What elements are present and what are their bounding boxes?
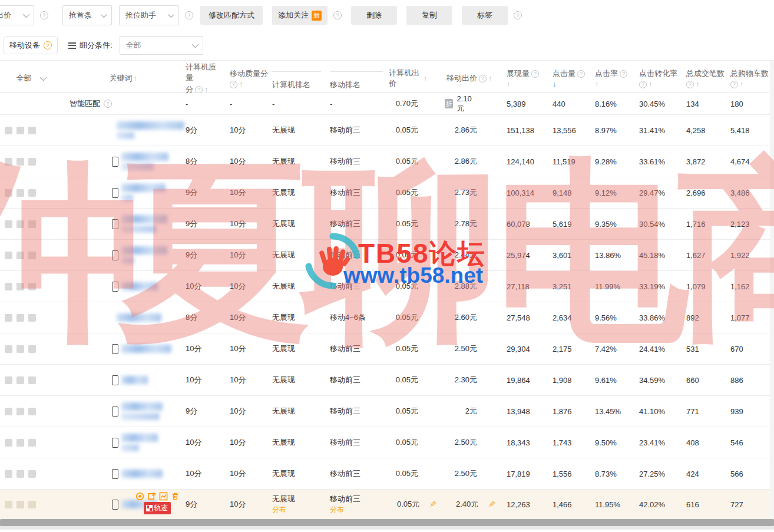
- row-select-cell[interactable]: [0, 345, 56, 353]
- mobile-bid-cell[interactable]: 2.50元✎: [445, 437, 507, 448]
- sort-down-icon-active[interactable]: ↓: [553, 80, 556, 88]
- delete-button[interactable]: 删除: [351, 6, 397, 25]
- checkbox-blurred[interactable]: [5, 470, 12, 478]
- row-select-cell[interactable]: [0, 127, 56, 134]
- ctr-header[interactable]: 点击率? ↑: [595, 61, 639, 95]
- mobile-bid-header[interactable]: 移动出价?↑: [445, 61, 507, 95]
- help-icon[interactable]: ?: [620, 70, 627, 78]
- pc-bid-cell[interactable]: 0.05元✎: [389, 281, 445, 292]
- pc-bid-cell[interactable]: 0.05元✎: [389, 219, 445, 229]
- pc-bid-cell[interactable]: 0.05元✎: [389, 156, 445, 167]
- help-icon[interactable]: ?: [195, 86, 203, 94]
- mobile-quality-header[interactable]: 移动质量分 ?↑: [221, 61, 268, 95]
- keyword-row[interactable]: 8分 10分 无展现分布 移动前三分布 0.05元✎ 2.86元✎ 124,14…: [0, 146, 774, 177]
- keyword-row[interactable]: 10分 10分 无展现分布 移动前三分布 0.05元✎ 2.50元✎ 17,81…: [0, 458, 774, 490]
- help-icon[interactable]: ?: [333, 11, 342, 19]
- keyword-row[interactable]: 10分 10分 无展现分布 移动前三分布 0.05元✎ 2.88元✎ 27,11…: [0, 271, 774, 302]
- target-icon[interactable]: [135, 492, 144, 501]
- mobile-rank-header[interactable]: 移动排名: [327, 61, 389, 95]
- help-icon[interactable]: ?: [531, 70, 539, 78]
- pc-bid-cell[interactable]: 0.05元✎: [389, 437, 445, 448]
- sort-up-icon[interactable]: ↑: [204, 85, 208, 94]
- sort-up-icon[interactable]: ↑: [239, 80, 243, 88]
- clicks-header[interactable]: 点击量? ↓: [553, 61, 595, 95]
- checkbox-blurred[interactable]: [5, 408, 12, 415]
- pc-bid-cell[interactable]: 0.05元✎: [389, 375, 445, 385]
- pc-quality-header[interactable]: 计算机质量 分?↑: [177, 61, 221, 95]
- pc-bid-header[interactable]: 计算机出价↑: [389, 61, 445, 95]
- cvr-header[interactable]: 点击转化率 ?↑: [639, 61, 686, 95]
- keyword-row[interactable]: 10分 10分 无展现分布 移动前三分布 0.05元✎ 2.30元✎ 19,86…: [0, 365, 774, 396]
- mobile-bid-cell[interactable]: 2.44元✎: [445, 250, 507, 260]
- pc-bid-cell[interactable]: 0.05元✎: [389, 125, 445, 136]
- bid-select[interactable]: 出价: [0, 5, 34, 25]
- help-icon[interactable]: ?: [577, 70, 585, 78]
- sort-up-icon[interactable]: ↑: [134, 74, 137, 82]
- checkbox-blurred[interactable]: [5, 345, 12, 353]
- help-icon[interactable]: ?: [514, 11, 522, 19]
- keyword-row[interactable]: 9分 10分 无展现分布 移动前三分布 0.05元✎ 2元✎ 13,948 1,…: [0, 396, 774, 427]
- mobile-bid-cell[interactable]: 2.50元✎: [445, 343, 507, 354]
- mobile-bid-cell[interactable]: 2.50元✎: [445, 468, 507, 479]
- help-icon[interactable]: ?: [479, 75, 487, 82]
- pc-rank-header[interactable]: 计算机排名: [268, 61, 327, 95]
- mobile-bid-cell[interactable]: 2.78元✎: [445, 219, 507, 229]
- chart-icon[interactable]: [159, 492, 168, 501]
- mobile-bid-cell[interactable]: 2.86元✎: [445, 156, 507, 167]
- keyword-row[interactable]: 10分 10分 无展现分布 移动前三分布 0.05元✎ 2.50元✎ 29,30…: [0, 333, 774, 365]
- keyword-row[interactable]: 10分 10分 无展现分布 移动前三分布 0.05元✎ 2.50元✎ 18,34…: [0, 427, 774, 458]
- mobile-rank-dist-link[interactable]: 分布: [330, 505, 344, 515]
- carts-header[interactable]: 总购物车数 ?↑: [730, 61, 774, 95]
- pc-bid-cell[interactable]: 0.05元✎: [389, 187, 445, 198]
- help-icon[interactable]: ?: [230, 81, 237, 88]
- track-badge[interactable]: 轨迹: [144, 502, 171, 514]
- help-icon[interactable]: ?: [104, 100, 112, 108]
- sort-up-icon[interactable]: ↑: [424, 74, 427, 82]
- mobile-bid-cell[interactable]: 2.73元✎: [445, 187, 507, 198]
- horizontal-scrollbar-track[interactable]: [0, 519, 774, 530]
- pc-bid-cell[interactable]: 0.70元: [389, 98, 445, 109]
- row-select-cell[interactable]: [0, 439, 56, 447]
- row-select-cell[interactable]: [0, 501, 56, 508]
- keyword-row[interactable]: 9分 10分 无展现分布 移动前三分布 0.05元✎ 2.86元✎ 151,13…: [0, 115, 774, 146]
- row-select-cell[interactable]: [0, 252, 56, 259]
- checkbox-blurred[interactable]: [5, 189, 12, 197]
- checkbox-blurred[interactable]: [5, 252, 12, 259]
- mobile-bid-cell[interactable]: 2.86元✎: [445, 125, 507, 136]
- pc-rank-dist-link[interactable]: 分布: [272, 505, 286, 515]
- orders-header[interactable]: 总成交笔数 ?↑: [686, 61, 730, 95]
- mobile-bid-cell[interactable]: 2.40元✎: [445, 499, 507, 510]
- grab-assist-select[interactable]: 抢位助手: [119, 5, 179, 25]
- help-icon-orange[interactable]: ?: [44, 41, 52, 49]
- checkbox-blurred[interactable]: [5, 127, 12, 134]
- row-select-cell[interactable]: [0, 220, 56, 228]
- edit-pencil-icon[interactable]: ✎: [429, 500, 436, 509]
- mobile-bid-cell[interactable]: 折 2.10元: [445, 94, 507, 114]
- tag-button[interactable]: 标签: [462, 6, 508, 25]
- help-icon[interactable]: ?: [639, 81, 647, 88]
- modify-match-button[interactable]: 修改匹配方式: [200, 6, 263, 25]
- checkbox-blurred[interactable]: [5, 501, 12, 508]
- row-select-cell[interactable]: [0, 158, 56, 166]
- sort-up-icon[interactable]: ↑: [649, 80, 652, 88]
- checkbox-blurred[interactable]: [5, 376, 12, 384]
- sort-up-icon[interactable]: ↑: [595, 80, 598, 88]
- pc-bid-cell[interactable]: 0.05元✎: [389, 406, 445, 417]
- keyword-row[interactable]: 9分 10分 无展现分布 移动前三分布 0.05元✎ 2.44元✎ 25,974…: [0, 240, 774, 271]
- sort-up-icon[interactable]: ↑: [696, 80, 699, 88]
- pc-bid-cell[interactable]: 0.05元✎: [389, 312, 445, 323]
- checkbox-blurred[interactable]: [5, 314, 12, 322]
- row-select-cell[interactable]: [0, 314, 56, 322]
- help-icon[interactable]: ?: [185, 11, 193, 19]
- row-select-cell[interactable]: [0, 189, 56, 197]
- mobile-device-chip[interactable]: 移动设备 ?: [4, 37, 58, 54]
- impressions-header[interactable]: 展现量? ↑: [507, 61, 553, 95]
- grab-top-select[interactable]: 抢首条: [62, 5, 112, 25]
- pc-bid-cell[interactable]: 0.05元✎: [389, 468, 445, 479]
- subdivide-select[interactable]: 全部: [120, 36, 203, 55]
- horizontal-scrollbar-thumb[interactable]: [0, 519, 774, 526]
- trash-icon[interactable]: [171, 492, 180, 501]
- vertical-scrollbar-track[interactable]: [770, 61, 774, 519]
- pc-bid-cell[interactable]: 0.05元✎: [389, 250, 445, 260]
- row-select-cell[interactable]: [0, 408, 56, 415]
